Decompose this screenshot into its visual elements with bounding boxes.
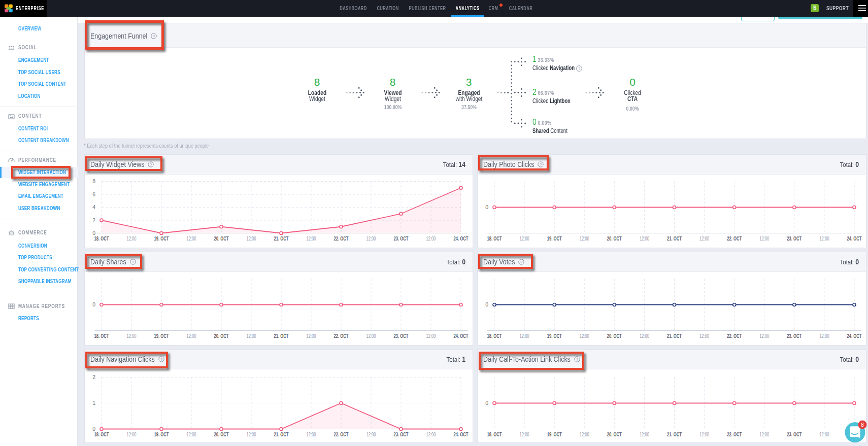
svg-text:12:00: 12:00: [640, 432, 649, 437]
svg-text:24. OCT: 24. OCT: [847, 235, 862, 242]
svg-text:0: 0: [485, 400, 488, 406]
svg-text:19. OCT: 19. OCT: [154, 333, 169, 339]
svg-text:22. OCT: 22. OCT: [727, 333, 742, 339]
svg-text:12:00: 12:00: [520, 432, 529, 437]
svg-text:22. OCT: 22. OCT: [727, 431, 742, 437]
svg-text:12:00: 12:00: [640, 333, 649, 339]
svg-text:12:00: 12:00: [426, 432, 436, 437]
svg-text:22. OCT: 22. OCT: [334, 333, 349, 339]
svg-text:20. OCT: 20. OCT: [214, 431, 229, 437]
svg-text:12:00: 12:00: [127, 236, 137, 242]
svg-text:21. OCT: 21. OCT: [667, 333, 682, 339]
svg-text:12:00: 12:00: [187, 236, 196, 242]
svg-text:4: 4: [92, 204, 95, 210]
svg-text:21. OCT: 21. OCT: [274, 431, 289, 437]
svg-text:12:00: 12:00: [759, 432, 769, 437]
svg-text:19. OCT: 19. OCT: [547, 235, 562, 242]
svg-text:0: 0: [485, 301, 488, 307]
svg-text:18. OCT: 18. OCT: [94, 333, 109, 339]
svg-text:12:00: 12:00: [819, 236, 829, 242]
svg-text:12:00: 12:00: [426, 236, 436, 242]
svg-text:21. OCT: 21. OCT: [274, 235, 289, 242]
svg-text:20. OCT: 20. OCT: [607, 431, 622, 437]
svg-text:24. OCT: 24. OCT: [847, 333, 862, 339]
svg-text:12:00: 12:00: [699, 236, 709, 242]
svg-text:6: 6: [92, 191, 95, 197]
svg-text:23. OCT: 23. OCT: [787, 431, 802, 437]
svg-text:18. OCT: 18. OCT: [487, 431, 502, 437]
svg-text:12:00: 12:00: [127, 333, 137, 339]
svg-text:18. OCT: 18. OCT: [487, 235, 502, 242]
svg-text:?: ?: [578, 66, 580, 71]
svg-text:23. OCT: 23. OCT: [787, 333, 802, 339]
svg-text:18. OCT: 18. OCT: [487, 333, 502, 339]
svg-text:24. OCT: 24. OCT: [454, 431, 469, 437]
svg-text:2: 2: [92, 217, 95, 223]
svg-text:1: 1: [92, 400, 95, 406]
svg-text:20. OCT: 20. OCT: [607, 333, 622, 339]
svg-text:12:00: 12:00: [366, 432, 376, 437]
svg-text:12:00: 12:00: [366, 333, 376, 339]
svg-text:20. OCT: 20. OCT: [214, 333, 229, 339]
svg-text:12:00: 12:00: [307, 432, 316, 437]
svg-text:12:00: 12:00: [699, 333, 709, 339]
svg-text:19. OCT: 19. OCT: [547, 333, 562, 339]
svg-text:12:00: 12:00: [307, 236, 316, 242]
svg-text:12:00: 12:00: [580, 236, 589, 242]
svg-text:12:00: 12:00: [127, 432, 137, 437]
svg-text:21. OCT: 21. OCT: [274, 333, 289, 339]
svg-text:12:00: 12:00: [520, 333, 529, 339]
svg-text:19. OCT: 19. OCT: [154, 431, 169, 437]
svg-text:12:00: 12:00: [426, 333, 436, 339]
svg-text:23. OCT: 23. OCT: [394, 431, 409, 437]
svg-text:8: 8: [92, 178, 95, 184]
svg-text:12:00: 12:00: [187, 333, 196, 339]
svg-text:12:00: 12:00: [759, 236, 769, 242]
svg-text:12:00: 12:00: [247, 236, 256, 242]
svg-text:22. OCT: 22. OCT: [334, 431, 349, 437]
svg-text:12:00: 12:00: [580, 432, 589, 437]
svg-text:2: 2: [92, 374, 95, 380]
svg-text:19. OCT: 19. OCT: [547, 431, 562, 437]
svg-text:18. OCT: 18. OCT: [94, 235, 109, 242]
svg-text:12:00: 12:00: [247, 333, 256, 339]
svg-text:12:00: 12:00: [819, 432, 829, 437]
svg-text:12:00: 12:00: [640, 236, 649, 242]
svg-text:12:00: 12:00: [366, 236, 376, 242]
svg-text:8: 8: [861, 422, 864, 428]
svg-text:12:00: 12:00: [520, 236, 529, 242]
svg-text:0: 0: [485, 204, 488, 210]
svg-text:24. OCT: 24. OCT: [454, 333, 469, 339]
svg-text:12:00: 12:00: [759, 333, 769, 339]
svg-text:21. OCT: 21. OCT: [667, 431, 682, 437]
svg-text:12:00: 12:00: [699, 432, 709, 437]
svg-text:20. OCT: 20. OCT: [607, 235, 622, 242]
svg-text:12:00: 12:00: [580, 333, 589, 339]
svg-text:22. OCT: 22. OCT: [727, 235, 742, 242]
svg-text:23. OCT: 23. OCT: [394, 333, 409, 339]
svg-text:21. OCT: 21. OCT: [667, 235, 682, 242]
svg-text:12:00: 12:00: [247, 432, 256, 437]
svg-text:18. OCT: 18. OCT: [94, 431, 109, 437]
svg-text:23. OCT: 23. OCT: [394, 235, 409, 242]
svg-text:12:00: 12:00: [307, 333, 316, 339]
svg-text:19. OCT: 19. OCT: [154, 235, 169, 242]
svg-text:24. OCT: 24. OCT: [454, 235, 469, 242]
svg-text:23. OCT: 23. OCT: [787, 235, 802, 242]
svg-text:0: 0: [92, 301, 95, 307]
svg-text:22. OCT: 22. OCT: [334, 235, 349, 242]
svg-text:20. OCT: 20. OCT: [214, 235, 229, 242]
svg-text:12:00: 12:00: [819, 333, 829, 339]
svg-text:12:00: 12:00: [187, 432, 196, 437]
